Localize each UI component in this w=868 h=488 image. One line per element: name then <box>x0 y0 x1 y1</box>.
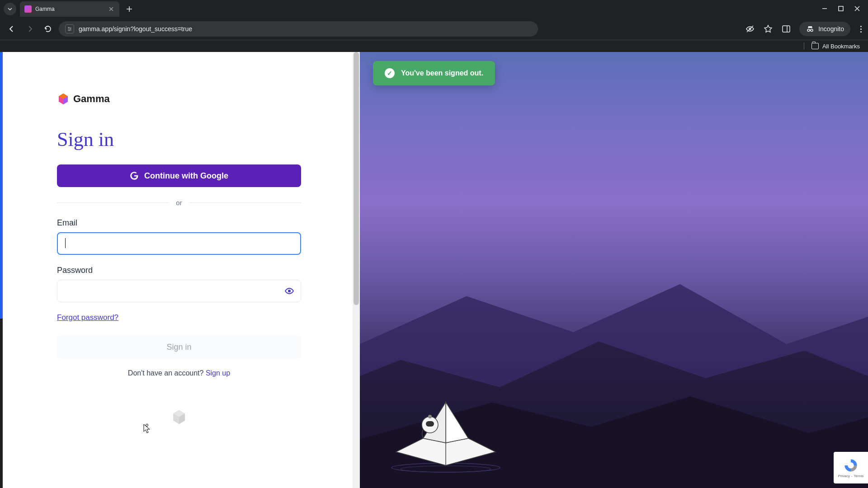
incognito-badge[interactable]: Incognito <box>799 22 850 36</box>
bookmark-button[interactable] <box>763 24 773 34</box>
email-label: Email <box>57 218 360 228</box>
all-bookmarks-button[interactable]: All Bookmarks <box>822 43 860 50</box>
svg-point-8 <box>811 29 813 32</box>
panel-icon <box>782 24 791 33</box>
eye-icon <box>284 286 294 296</box>
minimize-icon <box>822 6 827 11</box>
logo-text: Gamma <box>73 93 110 105</box>
chevron-down-icon <box>7 6 13 12</box>
url-text: gamma.app/signin?logout_success=true <box>79 25 192 33</box>
reload-button[interactable] <box>41 22 55 36</box>
side-panel-button[interactable] <box>781 24 791 34</box>
tab-favicon <box>24 5 32 13</box>
new-tab-button[interactable] <box>123 3 136 15</box>
hero-image-panel <box>360 52 868 488</box>
bookmarks-bar: All Bookmarks <box>0 40 868 52</box>
recaptcha-terms[interactable]: Terms <box>854 474 864 478</box>
toolbar-right: Incognito <box>745 22 863 36</box>
password-input-wrap <box>57 280 301 302</box>
recaptcha-badge[interactable]: Privacy - Terms <box>834 452 868 483</box>
arrow-left-icon <box>8 25 16 33</box>
close-icon <box>854 6 860 11</box>
tab-title: Gamma <box>35 6 55 12</box>
maximize-icon <box>838 6 844 11</box>
forgot-password-link[interactable]: Forgot password? <box>57 313 118 322</box>
scrollbar-track[interactable] <box>353 52 360 488</box>
footer-logo <box>57 409 301 427</box>
svg-rect-0 <box>839 6 843 11</box>
eye-off-icon <box>745 24 755 34</box>
divider-line <box>57 202 169 203</box>
minimize-button[interactable] <box>822 5 827 13</box>
no-account-text: Don't have an account? <box>128 369 206 377</box>
divider <box>804 42 804 50</box>
google-button-label: Continue with Google <box>144 171 228 181</box>
page-title: Sign in <box>57 128 360 151</box>
show-password-button[interactable] <box>284 286 295 296</box>
email-field[interactable] <box>57 232 301 255</box>
svg-rect-5 <box>783 26 790 32</box>
paper-boat-illustration <box>378 393 514 474</box>
divider-row: or <box>57 199 301 206</box>
svg-point-2 <box>70 28 71 29</box>
browser-chrome: Gamma <box>0 0 868 52</box>
google-icon <box>130 171 139 180</box>
svg-point-3 <box>69 30 70 31</box>
check-icon: ✓ <box>385 68 395 78</box>
gamma-cube-icon <box>171 409 187 425</box>
tab-close-button[interactable] <box>108 5 115 13</box>
svg-point-1 <box>68 27 69 28</box>
plus-icon <box>126 6 132 12</box>
continue-with-google-button[interactable]: Continue with Google <box>57 164 301 187</box>
recaptcha-icon <box>843 458 859 473</box>
signout-toast: ✓ You've been signed out. <box>373 61 495 85</box>
site-info-icon[interactable] <box>65 24 74 33</box>
back-button[interactable] <box>5 22 19 36</box>
password-label: Password <box>57 266 360 275</box>
browser-tab[interactable]: Gamma <box>20 1 119 17</box>
forward-button[interactable] <box>23 22 37 36</box>
recaptcha-links: Privacy - Terms <box>838 474 864 478</box>
svg-rect-13 <box>426 421 434 427</box>
svg-point-9 <box>288 290 291 292</box>
tab-bar: Gamma <box>0 0 868 18</box>
signup-link[interactable]: Sign up <box>206 369 230 377</box>
arrow-right-icon <box>26 25 34 33</box>
address-bar[interactable]: gamma.app/signin?logout_success=true <box>59 21 538 37</box>
folder-icon <box>811 43 819 49</box>
window-controls <box>822 5 868 13</box>
signin-panel: Gamma Sign in Continue with Google or Em… <box>3 52 360 488</box>
logo-mark <box>57 93 70 105</box>
recaptcha-privacy[interactable]: Privacy <box>838 474 850 478</box>
tune-icon <box>67 26 72 32</box>
close-icon <box>109 7 113 11</box>
divider-line <box>189 202 301 203</box>
address-bar-row: gamma.app/signin?logout_success=true Inc… <box>0 18 868 40</box>
star-icon <box>764 24 773 33</box>
eye-off-button[interactable] <box>745 24 755 34</box>
incognito-icon <box>806 24 815 33</box>
toast-message: You've been signed out. <box>401 69 483 77</box>
menu-button[interactable] <box>859 24 863 34</box>
logo: Gamma <box>57 93 360 105</box>
text-caret <box>65 238 66 248</box>
tab-search-dropdown[interactable] <box>4 3 16 15</box>
reload-icon <box>44 25 52 33</box>
svg-point-11 <box>401 466 491 472</box>
close-window-button[interactable] <box>854 5 860 13</box>
signin-button[interactable]: Sign in <box>57 336 301 358</box>
gamma-cube-icon <box>57 93 70 105</box>
scrollbar-thumb[interactable] <box>354 52 359 305</box>
signup-row: Don't have an account? Sign up <box>57 369 301 377</box>
email-input-wrap <box>57 232 301 255</box>
divider-text: or <box>176 199 182 206</box>
incognito-label: Incognito <box>818 25 844 33</box>
page-content: Gamma Sign in Continue with Google or Em… <box>0 52 868 488</box>
svg-point-7 <box>807 29 810 32</box>
svg-point-14 <box>428 415 432 418</box>
password-field[interactable] <box>57 280 301 302</box>
maximize-button[interactable] <box>838 5 844 13</box>
